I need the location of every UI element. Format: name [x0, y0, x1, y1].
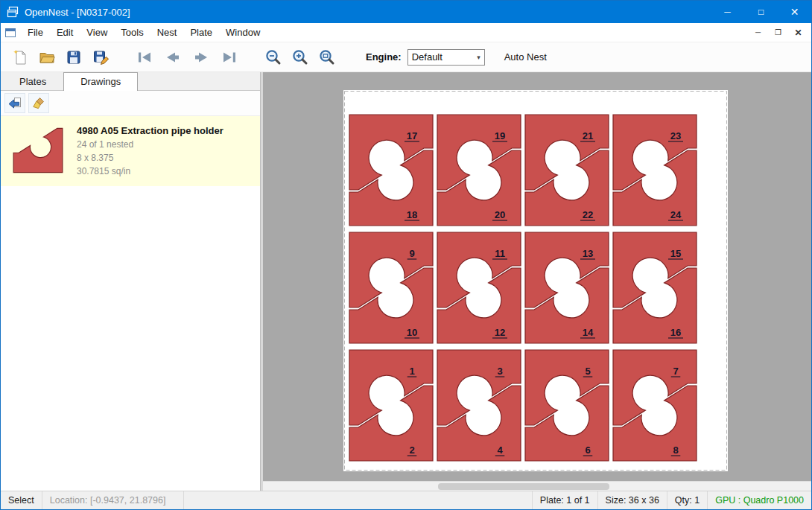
part-number: 3 [497, 366, 502, 377]
engine-value: Default [412, 51, 477, 63]
open-icon [39, 49, 55, 66]
last-plate-button[interactable] [215, 45, 244, 69]
plate: 171819202122232491011121314151612345678 [343, 90, 728, 471]
save-edit-icon [92, 49, 109, 66]
part-number: 8 [673, 444, 678, 456]
new-document-icon [12, 49, 28, 66]
nav-prev-icon [164, 49, 182, 66]
status-size: Size: 36 x 36 [597, 491, 667, 509]
part-number: 16 [670, 327, 681, 338]
save-button[interactable] [60, 45, 87, 69]
document-mdi-icon [4, 27, 16, 39]
menu-nest[interactable]: Nest [150, 24, 184, 41]
part-number: 20 [495, 209, 505, 220]
part-number: 10 [407, 327, 417, 338]
previous-plate-button[interactable] [159, 45, 187, 69]
zoom-fit-icon [318, 48, 336, 66]
part-thumbnail [11, 127, 65, 174]
part-number: 7 [673, 366, 678, 377]
part-number: 5 [585, 366, 590, 377]
status-qty: Qty: 1 [667, 491, 707, 509]
zoom-out-button[interactable] [260, 45, 287, 69]
maximize-button[interactable]: □ [744, 1, 778, 23]
status-plate: Plate: 1 of 1 [532, 491, 597, 509]
first-plate-button[interactable] [130, 45, 159, 69]
statusbar: Select Location: [-0.9437, 21.8796] Plat… [1, 491, 811, 509]
new-button[interactable] [7, 45, 34, 69]
mdi-restore-button[interactable]: ❐ [768, 25, 788, 41]
mdi-close-button[interactable]: ✕ [788, 25, 808, 41]
nest-canvas[interactable]: 171819202122232491011121314151612345678 [263, 72, 811, 491]
chevron-down-icon: ▾ [477, 54, 480, 61]
left-panel: Plates Drawings [1, 72, 261, 491]
move-to-plates-button[interactable] [4, 93, 25, 113]
drawing-list-item[interactable]: 4980 A05 Extraction pipe holder 24 of 1 … [1, 116, 260, 186]
menu-edit[interactable]: Edit [50, 24, 80, 41]
part-number: 12 [495, 327, 505, 338]
drawing-dimensions: 8 x 8.375 [77, 153, 254, 163]
drawing-nested-count: 24 of 1 nested [77, 139, 254, 150]
app-window: OpenNest - [N0317-002] ─ □ ✕ File Edit V… [0, 0, 812, 510]
status-mode: Select [1, 491, 42, 509]
move-to-plates-icon [7, 96, 22, 111]
drawing-area: 30.7815 sq/in [77, 166, 254, 176]
zoom-out-icon [264, 48, 282, 66]
part-number: 6 [585, 444, 590, 456]
save-edit-button[interactable] [87, 45, 114, 69]
save-icon [66, 49, 82, 66]
app-icon [7, 6, 19, 18]
engine-label: Engine: [366, 51, 402, 63]
clean-button[interactable] [28, 93, 49, 113]
part-number: 4 [497, 444, 503, 456]
part-number: 22 [583, 209, 593, 220]
status-location: Location: [-0.9437, 21.8796] [42, 491, 184, 509]
tab-plates[interactable]: Plates [2, 72, 63, 90]
drawing-title: 4980 A05 Extraction pipe holder [77, 125, 254, 136]
menubar: File Edit View Tools Nest Plate Window ─… [1, 23, 811, 42]
clean-icon [31, 96, 46, 111]
minimize-button[interactable]: ─ [711, 1, 744, 23]
mdi-minimize-button[interactable]: ─ [748, 25, 768, 41]
part-number: 2 [409, 444, 414, 456]
panel-toolbar [1, 91, 260, 116]
menu-file[interactable]: File [21, 24, 50, 41]
nav-last-icon [221, 49, 238, 66]
zoom-in-icon [291, 48, 309, 66]
horizontal-scrollbar[interactable] [263, 481, 811, 491]
part-number: 14 [583, 327, 594, 338]
part-number: 18 [407, 209, 417, 220]
zoom-fit-button[interactable] [314, 45, 340, 69]
part-number: 9 [409, 248, 414, 259]
main-toolbar: Engine: Default ▾ Auto Nest [1, 42, 811, 72]
panel-tabstrip: Plates Drawings [1, 72, 260, 91]
open-button[interactable] [34, 45, 60, 69]
window-title: OpenNest - [N0317-002] [25, 7, 711, 18]
part-number: 13 [583, 248, 593, 259]
menu-view[interactable]: View [80, 24, 114, 41]
part-number: 1 [409, 366, 414, 377]
tab-drawings[interactable]: Drawings [63, 72, 138, 91]
nav-next-icon [192, 49, 210, 66]
status-spacer [184, 491, 532, 509]
part-number: 19 [495, 130, 505, 141]
engine-select[interactable]: Default ▾ [407, 49, 485, 66]
next-plate-button[interactable] [187, 45, 215, 69]
part-number: 23 [670, 130, 681, 141]
part-number: 24 [670, 209, 682, 220]
part-number: 17 [407, 130, 417, 141]
close-button[interactable]: ✕ [778, 1, 811, 23]
zoom-in-button[interactable] [287, 45, 314, 69]
part-number: 15 [670, 248, 681, 259]
menu-window[interactable]: Window [219, 24, 267, 41]
scrollbar-thumb[interactable] [438, 483, 609, 490]
titlebar: OpenNest - [N0317-002] ─ □ ✕ [1, 1, 811, 23]
part-number: 11 [495, 248, 505, 259]
nav-first-icon [136, 49, 153, 66]
menu-tools[interactable]: Tools [114, 24, 150, 41]
menu-plate[interactable]: Plate [183, 24, 219, 41]
auto-nest-button[interactable]: Auto Nest [504, 51, 547, 63]
part-number: 21 [583, 130, 593, 141]
status-gpu: GPU : Quadro P1000 [707, 491, 811, 509]
